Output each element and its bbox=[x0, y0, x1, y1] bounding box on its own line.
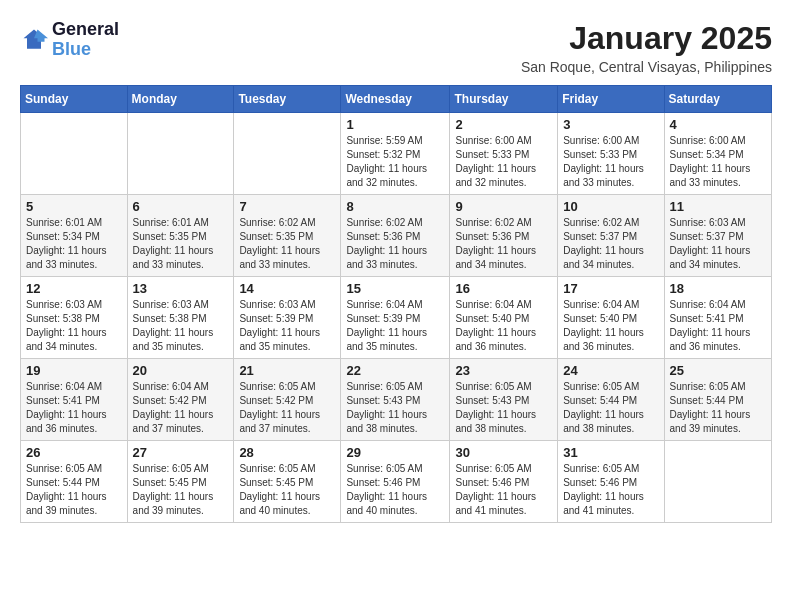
day-number: 15 bbox=[346, 281, 444, 296]
weekday-header-saturday: Saturday bbox=[664, 86, 771, 113]
weekday-header-sunday: Sunday bbox=[21, 86, 128, 113]
day-cell: 19Sunrise: 6:04 AM Sunset: 5:41 PM Dayli… bbox=[21, 359, 128, 441]
day-number: 30 bbox=[455, 445, 552, 460]
day-cell: 21Sunrise: 6:05 AM Sunset: 5:42 PM Dayli… bbox=[234, 359, 341, 441]
day-cell: 3Sunrise: 6:00 AM Sunset: 5:33 PM Daylig… bbox=[558, 113, 664, 195]
day-cell: 11Sunrise: 6:03 AM Sunset: 5:37 PM Dayli… bbox=[664, 195, 771, 277]
day-info: Sunrise: 6:05 AM Sunset: 5:43 PM Dayligh… bbox=[346, 380, 444, 436]
day-info: Sunrise: 6:03 AM Sunset: 5:39 PM Dayligh… bbox=[239, 298, 335, 354]
weekday-header-row: SundayMondayTuesdayWednesdayThursdayFrid… bbox=[21, 86, 772, 113]
day-cell: 29Sunrise: 6:05 AM Sunset: 5:46 PM Dayli… bbox=[341, 441, 450, 523]
day-cell: 10Sunrise: 6:02 AM Sunset: 5:37 PM Dayli… bbox=[558, 195, 664, 277]
day-cell: 16Sunrise: 6:04 AM Sunset: 5:40 PM Dayli… bbox=[450, 277, 558, 359]
day-info: Sunrise: 6:02 AM Sunset: 5:36 PM Dayligh… bbox=[455, 216, 552, 272]
day-info: Sunrise: 6:05 AM Sunset: 5:46 PM Dayligh… bbox=[346, 462, 444, 518]
day-info: Sunrise: 6:04 AM Sunset: 5:39 PM Dayligh… bbox=[346, 298, 444, 354]
day-cell: 31Sunrise: 6:05 AM Sunset: 5:46 PM Dayli… bbox=[558, 441, 664, 523]
day-cell: 24Sunrise: 6:05 AM Sunset: 5:44 PM Dayli… bbox=[558, 359, 664, 441]
month-title: January 2025 bbox=[521, 20, 772, 57]
logo-line1: General bbox=[52, 20, 119, 40]
day-number: 22 bbox=[346, 363, 444, 378]
day-info: Sunrise: 6:03 AM Sunset: 5:37 PM Dayligh… bbox=[670, 216, 766, 272]
day-info: Sunrise: 6:04 AM Sunset: 5:42 PM Dayligh… bbox=[133, 380, 229, 436]
day-cell: 14Sunrise: 6:03 AM Sunset: 5:39 PM Dayli… bbox=[234, 277, 341, 359]
day-cell: 26Sunrise: 6:05 AM Sunset: 5:44 PM Dayli… bbox=[21, 441, 128, 523]
day-info: Sunrise: 6:05 AM Sunset: 5:46 PM Dayligh… bbox=[455, 462, 552, 518]
day-number: 2 bbox=[455, 117, 552, 132]
day-info: Sunrise: 6:05 AM Sunset: 5:43 PM Dayligh… bbox=[455, 380, 552, 436]
day-info: Sunrise: 6:00 AM Sunset: 5:34 PM Dayligh… bbox=[670, 134, 766, 190]
day-number: 8 bbox=[346, 199, 444, 214]
day-number: 5 bbox=[26, 199, 122, 214]
day-info: Sunrise: 6:02 AM Sunset: 5:35 PM Dayligh… bbox=[239, 216, 335, 272]
day-info: Sunrise: 6:01 AM Sunset: 5:34 PM Dayligh… bbox=[26, 216, 122, 272]
day-cell: 28Sunrise: 6:05 AM Sunset: 5:45 PM Dayli… bbox=[234, 441, 341, 523]
day-info: Sunrise: 6:05 AM Sunset: 5:46 PM Dayligh… bbox=[563, 462, 658, 518]
day-number: 9 bbox=[455, 199, 552, 214]
day-cell: 17Sunrise: 6:04 AM Sunset: 5:40 PM Dayli… bbox=[558, 277, 664, 359]
day-number: 11 bbox=[670, 199, 766, 214]
day-cell: 1Sunrise: 5:59 AM Sunset: 5:32 PM Daylig… bbox=[341, 113, 450, 195]
logo-icon bbox=[20, 26, 48, 54]
day-cell: 8Sunrise: 6:02 AM Sunset: 5:36 PM Daylig… bbox=[341, 195, 450, 277]
day-cell: 18Sunrise: 6:04 AM Sunset: 5:41 PM Dayli… bbox=[664, 277, 771, 359]
weekday-header-monday: Monday bbox=[127, 86, 234, 113]
calendar-body: 1Sunrise: 5:59 AM Sunset: 5:32 PM Daylig… bbox=[21, 113, 772, 523]
weekday-header-thursday: Thursday bbox=[450, 86, 558, 113]
calendar-header: SundayMondayTuesdayWednesdayThursdayFrid… bbox=[21, 86, 772, 113]
day-info: Sunrise: 6:05 AM Sunset: 5:44 PM Dayligh… bbox=[563, 380, 658, 436]
page: General Blue January 2025 San Roque, Cen… bbox=[0, 0, 792, 612]
day-cell bbox=[127, 113, 234, 195]
week-row-3: 12Sunrise: 6:03 AM Sunset: 5:38 PM Dayli… bbox=[21, 277, 772, 359]
day-number: 16 bbox=[455, 281, 552, 296]
day-number: 1 bbox=[346, 117, 444, 132]
header: General Blue January 2025 San Roque, Cen… bbox=[20, 20, 772, 75]
day-cell: 4Sunrise: 6:00 AM Sunset: 5:34 PM Daylig… bbox=[664, 113, 771, 195]
day-number: 19 bbox=[26, 363, 122, 378]
weekday-header-tuesday: Tuesday bbox=[234, 86, 341, 113]
day-cell bbox=[664, 441, 771, 523]
weekday-header-friday: Friday bbox=[558, 86, 664, 113]
calendar: SundayMondayTuesdayWednesdayThursdayFrid… bbox=[20, 85, 772, 523]
day-info: Sunrise: 6:05 AM Sunset: 5:45 PM Dayligh… bbox=[133, 462, 229, 518]
day-number: 20 bbox=[133, 363, 229, 378]
day-cell: 7Sunrise: 6:02 AM Sunset: 5:35 PM Daylig… bbox=[234, 195, 341, 277]
day-cell bbox=[21, 113, 128, 195]
day-info: Sunrise: 6:02 AM Sunset: 5:36 PM Dayligh… bbox=[346, 216, 444, 272]
day-info: Sunrise: 6:03 AM Sunset: 5:38 PM Dayligh… bbox=[26, 298, 122, 354]
day-number: 12 bbox=[26, 281, 122, 296]
week-row-2: 5Sunrise: 6:01 AM Sunset: 5:34 PM Daylig… bbox=[21, 195, 772, 277]
day-number: 25 bbox=[670, 363, 766, 378]
day-info: Sunrise: 6:04 AM Sunset: 5:40 PM Dayligh… bbox=[455, 298, 552, 354]
logo-line2: Blue bbox=[52, 40, 119, 60]
week-row-1: 1Sunrise: 5:59 AM Sunset: 5:32 PM Daylig… bbox=[21, 113, 772, 195]
day-number: 7 bbox=[239, 199, 335, 214]
day-info: Sunrise: 6:00 AM Sunset: 5:33 PM Dayligh… bbox=[455, 134, 552, 190]
day-cell: 9Sunrise: 6:02 AM Sunset: 5:36 PM Daylig… bbox=[450, 195, 558, 277]
day-number: 24 bbox=[563, 363, 658, 378]
day-cell: 30Sunrise: 6:05 AM Sunset: 5:46 PM Dayli… bbox=[450, 441, 558, 523]
day-info: Sunrise: 6:01 AM Sunset: 5:35 PM Dayligh… bbox=[133, 216, 229, 272]
day-number: 18 bbox=[670, 281, 766, 296]
day-cell: 12Sunrise: 6:03 AM Sunset: 5:38 PM Dayli… bbox=[21, 277, 128, 359]
day-info: Sunrise: 6:05 AM Sunset: 5:44 PM Dayligh… bbox=[26, 462, 122, 518]
day-cell bbox=[234, 113, 341, 195]
day-info: Sunrise: 5:59 AM Sunset: 5:32 PM Dayligh… bbox=[346, 134, 444, 190]
day-info: Sunrise: 6:05 AM Sunset: 5:44 PM Dayligh… bbox=[670, 380, 766, 436]
day-info: Sunrise: 6:00 AM Sunset: 5:33 PM Dayligh… bbox=[563, 134, 658, 190]
day-info: Sunrise: 6:05 AM Sunset: 5:45 PM Dayligh… bbox=[239, 462, 335, 518]
day-number: 10 bbox=[563, 199, 658, 214]
day-number: 27 bbox=[133, 445, 229, 460]
logo: General Blue bbox=[20, 20, 119, 60]
day-number: 23 bbox=[455, 363, 552, 378]
location: San Roque, Central Visayas, Philippines bbox=[521, 59, 772, 75]
day-cell: 5Sunrise: 6:01 AM Sunset: 5:34 PM Daylig… bbox=[21, 195, 128, 277]
weekday-header-wednesday: Wednesday bbox=[341, 86, 450, 113]
day-number: 29 bbox=[346, 445, 444, 460]
day-cell: 6Sunrise: 6:01 AM Sunset: 5:35 PM Daylig… bbox=[127, 195, 234, 277]
day-number: 31 bbox=[563, 445, 658, 460]
day-info: Sunrise: 6:02 AM Sunset: 5:37 PM Dayligh… bbox=[563, 216, 658, 272]
day-cell: 13Sunrise: 6:03 AM Sunset: 5:38 PM Dayli… bbox=[127, 277, 234, 359]
day-info: Sunrise: 6:03 AM Sunset: 5:38 PM Dayligh… bbox=[133, 298, 229, 354]
day-number: 4 bbox=[670, 117, 766, 132]
